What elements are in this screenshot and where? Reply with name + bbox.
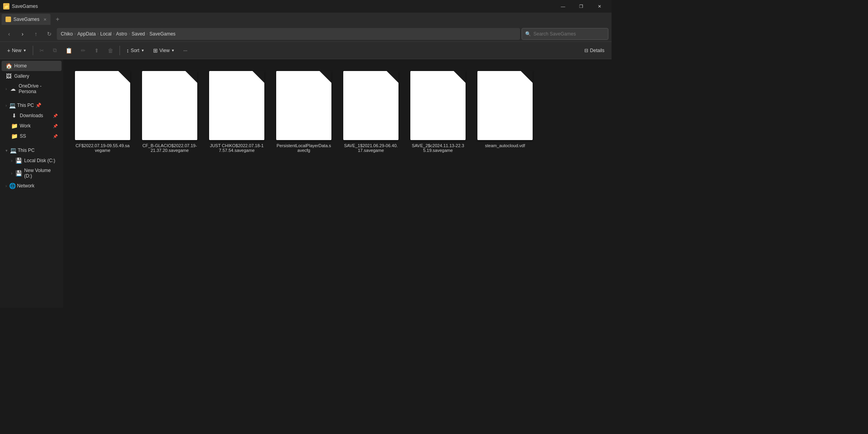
- minimize-button[interactable]: —: [554, 0, 572, 13]
- forward-button[interactable]: ›: [17, 28, 28, 40]
- back-button[interactable]: ‹: [3, 28, 15, 40]
- file-name: SAVE_2$c2024.11.13-22.35.19.savegame: [410, 143, 466, 153]
- sidebar-label-thispc: This PC: [17, 103, 34, 108]
- sidebar-label-downloads: Downloads: [20, 113, 43, 118]
- sidebar-label-work: Work: [20, 123, 31, 129]
- tab-title: SaveGames: [13, 17, 39, 22]
- ss-pin-icon: 📌: [53, 134, 58, 138]
- work-icon: 📁: [11, 123, 17, 129]
- new-button[interactable]: + New ▼: [3, 44, 30, 57]
- file-icon: [410, 71, 466, 140]
- search-input[interactable]: [533, 31, 605, 37]
- file-item[interactable]: PersistentLocalPlayerData.savecfg: [272, 67, 335, 157]
- file-name: SAVE_1$2021.06.29-06.40.17.savegame: [343, 143, 398, 153]
- breadcrumb-savegames[interactable]: SaveGames: [150, 31, 176, 37]
- rename-button[interactable]: ✏: [77, 44, 90, 57]
- tab-bar: SaveGames ✕ +: [0, 13, 612, 26]
- view-button[interactable]: ⊞ View ▼: [149, 44, 179, 57]
- active-tab[interactable]: SaveGames ✕: [2, 14, 51, 25]
- restore-button[interactable]: ❐: [572, 0, 590, 13]
- sort-button[interactable]: ↕ Sort ▼: [122, 44, 148, 57]
- file-name: steam_autocloud.vdf: [485, 143, 525, 148]
- new-tab-button[interactable]: +: [52, 14, 63, 25]
- sort-label: Sort: [131, 48, 139, 53]
- file-item[interactable]: steam_autocloud.vdf: [473, 67, 537, 157]
- copy-button[interactable]: ⧉: [49, 44, 61, 57]
- toolbar-divider-1: [33, 46, 33, 55]
- sidebar-thispc-header[interactable]: › 💻 This PC 📌: [2, 100, 62, 110]
- sidebar-item-ss[interactable]: 📁 SS 📌: [2, 131, 62, 141]
- rename-icon: ✏: [81, 47, 86, 54]
- paste-button[interactable]: 📋: [62, 44, 76, 57]
- network-expand-icon: ›: [6, 184, 7, 188]
- delete-button[interactable]: 🗑: [104, 44, 117, 57]
- sidebar-item-newvolume[interactable]: › 💾 New Volume (D:): [2, 166, 62, 181]
- title-bar-left: 📁 SaveGames: [3, 3, 38, 9]
- file-item[interactable]: CF$2022.07.19-09.55.49.savegame: [71, 67, 134, 157]
- sidebar-item-downloads[interactable]: ⬇ Downloads 📌: [2, 110, 62, 121]
- thispc-icon: 💻: [9, 102, 15, 108]
- sidebar-thispc2-header[interactable]: ▾ 💻 This PC: [2, 145, 62, 155]
- tab-close-icon[interactable]: ✕: [43, 17, 47, 22]
- view-dropdown-icon: ▼: [171, 49, 175, 52]
- breadcrumb-saved[interactable]: Saved: [131, 31, 145, 37]
- file-icon: [343, 71, 398, 140]
- breadcrumb[interactable]: Chiko › AppData › Local › Astro › Saved …: [57, 28, 520, 40]
- copy-icon: ⧉: [53, 47, 57, 54]
- breadcrumb-chiko[interactable]: Chiko: [61, 31, 73, 37]
- sidebar-label-localdisk: Local Disk (C:): [24, 158, 55, 163]
- tab-folder-icon: [6, 17, 11, 22]
- sidebar-network-header[interactable]: › 🌐 Network: [2, 181, 62, 191]
- sidebar-item-work[interactable]: 📁 Work 📌: [2, 121, 62, 131]
- sidebar-label-thispc2: This PC: [18, 148, 35, 153]
- view-icon: ⊞: [153, 47, 158, 54]
- ss-icon: 📁: [11, 133, 17, 139]
- more-button[interactable]: ···: [180, 44, 191, 57]
- search-box[interactable]: 🔍: [522, 28, 608, 40]
- paste-icon: 📋: [65, 47, 72, 54]
- sidebar-item-gallery[interactable]: 🖼 Gallery: [2, 71, 62, 81]
- cut-button[interactable]: ✂: [36, 44, 48, 57]
- downloads-pin-icon: 📌: [53, 114, 58, 118]
- view-label: View: [159, 48, 170, 53]
- details-button[interactable]: ⊟ Details: [580, 46, 608, 55]
- window-title: SaveGames: [12, 4, 38, 9]
- newvolume-expand-icon: ›: [11, 171, 12, 176]
- file-icon: [142, 71, 197, 140]
- file-name: PersistentLocalPlayerData.savecfg: [276, 143, 331, 153]
- breadcrumb-local[interactable]: Local: [100, 31, 112, 37]
- downloads-icon: ⬇: [11, 112, 17, 119]
- refresh-button[interactable]: ↻: [43, 28, 55, 40]
- network-icon: 🌐: [9, 183, 15, 189]
- file-item[interactable]: SAVE_1$2021.06.29-06.40.17.savegame: [339, 67, 402, 157]
- title-bar: 📁 SaveGames — ❐ ✕: [0, 0, 612, 13]
- share-button[interactable]: ⬆: [90, 44, 103, 57]
- sort-dropdown-icon: ▼: [141, 49, 144, 52]
- breadcrumb-appdata[interactable]: AppData: [77, 31, 96, 37]
- file-item[interactable]: JUST CHIKO$2022.07.18-17.57.54.savegame: [205, 67, 268, 157]
- file-icon: [477, 71, 533, 140]
- sidebar-item-onedrive[interactable]: › ☁ OneDrive - Persona: [2, 81, 62, 96]
- file-name: JUST CHIKO$2022.07.18-17.57.54.savegame: [209, 143, 264, 153]
- nav-bar: ‹ › ↑ ↻ Chiko › AppData › Local › Astro …: [0, 26, 612, 42]
- work-pin-icon: 📌: [53, 124, 58, 128]
- file-item[interactable]: SAVE_2$c2024.11.13-22.35.19.savegame: [406, 67, 470, 157]
- breadcrumb-astro[interactable]: Astro: [116, 31, 127, 37]
- up-button[interactable]: ↑: [30, 28, 42, 40]
- new-dropdown-icon: ▼: [23, 49, 26, 52]
- file-area: CF$2022.07.19-09.55.49.savegameCF_B-GLAC…: [63, 59, 612, 308]
- sidebar-label-ss: SS: [20, 133, 26, 139]
- toolbar-divider-2: [120, 46, 120, 55]
- close-button[interactable]: ✕: [590, 0, 608, 13]
- file-name: CF_B-GLACIO$2022.07.19-21.37.20.savegame: [142, 143, 197, 153]
- thispc-expand-icon: ›: [6, 103, 7, 108]
- file-name: CF$2022.07.19-09.55.49.savegame: [75, 143, 130, 153]
- sidebar-item-home[interactable]: 🏠 Home: [2, 61, 62, 71]
- file-item[interactable]: CF_B-GLACIO$2022.07.19-21.37.20.savegame: [138, 67, 201, 157]
- onedrive-icon: ☁: [10, 86, 16, 92]
- sidebar-label-newvolume: New Volume (D:): [24, 168, 58, 179]
- sidebar-item-localdisk[interactable]: › 💾 Local Disk (C:): [2, 155, 62, 166]
- onedrive-expand-icon: ›: [6, 87, 7, 91]
- thispc2-expand-icon: ▾: [6, 148, 7, 153]
- sidebar-label-gallery: Gallery: [14, 73, 29, 79]
